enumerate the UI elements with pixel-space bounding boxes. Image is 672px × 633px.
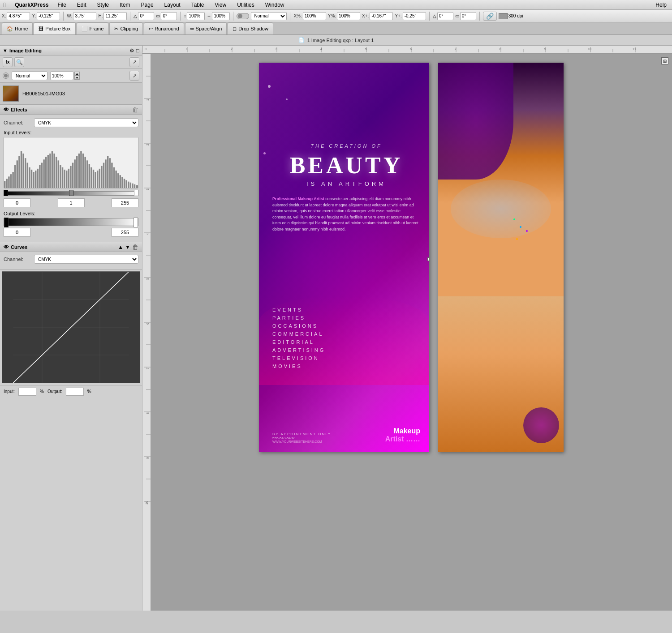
- panel-export2-btn[interactable]: ↗: [129, 71, 139, 81]
- svg-rect-1: [4, 181, 5, 188]
- tab-frame[interactable]: ⬜ Frame: [77, 22, 109, 34]
- input-min-field[interactable]: [4, 198, 30, 207]
- menu-edit[interactable]: Edit: [75, 1, 88, 9]
- curves-down-btn[interactable]: ▼: [125, 244, 130, 250]
- yplus-input[interactable]: [403, 12, 426, 20]
- web-text: WWW.YOURWEBSITEHERE.COM: [272, 440, 331, 443]
- w-input[interactable]: [73, 12, 96, 20]
- svg-rect-58: [121, 177, 123, 188]
- tab-home[interactable]: 🏠 Home: [2, 22, 33, 34]
- output-handle-left[interactable]: [4, 218, 9, 227]
- menu-item[interactable]: Item: [118, 1, 132, 9]
- angle-out-input[interactable]: [437, 12, 453, 20]
- input-mid-field[interactable]: [58, 198, 85, 207]
- svg-text:1: 1: [186, 47, 188, 51]
- pct-down[interactable]: ▼: [74, 76, 80, 80]
- curves-input-field[interactable]: [18, 388, 36, 396]
- menu-utilities[interactable]: Utilities: [235, 1, 256, 9]
- menu-table[interactable]: Table: [190, 1, 206, 9]
- input-handle-mid[interactable]: [69, 190, 73, 196]
- tab-spacealign[interactable]: ⇔ Space/Align: [185, 22, 227, 34]
- x-input[interactable]: [7, 12, 30, 20]
- curves-channel-field: Channel: CMYK RGB: [4, 255, 138, 264]
- separator3: [180, 12, 181, 21]
- effects-title-label: Effects: [11, 107, 27, 112]
- delete-effects-btn[interactable]: 🗑: [132, 106, 138, 113]
- tab-dropshadow[interactable]: ◻ Drop Shadow: [228, 22, 273, 34]
- mode-toggle[interactable]: [3, 73, 9, 79]
- separator7: [479, 12, 480, 21]
- curves-up-btn[interactable]: ▲: [118, 244, 123, 250]
- tab-clipping[interactable]: ✂ Clipping: [109, 22, 143, 34]
- input-handle-right[interactable]: [134, 190, 138, 196]
- mode-dropdown[interactable]: Normal Multiply Screen: [12, 71, 47, 80]
- appt-text: BY APPOINTMENT ONLY: [272, 432, 331, 436]
- tab-frame-label: Frame: [90, 26, 104, 31]
- thumbnail-area: HB0061501-IMG03: [0, 83, 142, 105]
- pct-up[interactable]: ▲: [74, 72, 80, 76]
- h-input[interactable]: [103, 12, 127, 20]
- svg-rect-43: [90, 167, 92, 188]
- angle1-input[interactable]: [138, 12, 154, 20]
- menu-file[interactable]: File: [56, 1, 68, 9]
- collapse-icon[interactable]: □: [136, 47, 139, 54]
- separator1: [63, 12, 64, 21]
- ruler-left-svg: 1 2 3 4 5 6 7 8: [142, 54, 151, 611]
- scale1-input[interactable]: [187, 12, 205, 20]
- eye-icon: 👁: [4, 107, 9, 113]
- svg-rect-19: [41, 163, 43, 188]
- svg-rect-23: [49, 154, 51, 188]
- output-handle-right[interactable]: [134, 218, 138, 227]
- svg-rect-35: [74, 159, 75, 188]
- angle-skew-input[interactable]: [460, 12, 476, 20]
- svg-text:9: 9: [146, 457, 149, 459]
- angle2-input[interactable]: [161, 12, 177, 20]
- menu-help[interactable]: Help: [654, 1, 668, 9]
- angle-out-icon: △: [433, 13, 436, 18]
- scale2-input[interactable]: [212, 12, 230, 20]
- curves-section-header[interactable]: 👁 Curves ▲ ▼ 🗑: [0, 242, 142, 252]
- yy-label: Y%:: [328, 13, 336, 18]
- pct-input[interactable]: [50, 71, 73, 80]
- effects-section-header[interactable]: 👁 Effects 🗑: [0, 105, 142, 115]
- y-input[interactable]: [37, 12, 60, 20]
- tab-picturebox[interactable]: 🖼 Picture Box: [34, 22, 75, 34]
- output-gradient-bar: [4, 218, 138, 226]
- menu-page[interactable]: Page: [139, 1, 155, 9]
- fx-button[interactable]: fx: [3, 57, 13, 67]
- angle2-field: ▭: [156, 12, 177, 20]
- export-button[interactable]: ↗: [129, 57, 139, 67]
- svg-text:8: 8: [500, 47, 501, 51]
- menu-style[interactable]: Style: [95, 1, 111, 9]
- gear-icon[interactable]: ⚙: [129, 47, 134, 54]
- magnify-button[interactable]: 🔍: [14, 57, 24, 67]
- thumbnail-image: [3, 86, 19, 102]
- input-handle-left[interactable]: [4, 190, 8, 196]
- svg-rect-59: [124, 179, 125, 188]
- chain-btn[interactable]: 🔗: [483, 12, 497, 21]
- output-min-field[interactable]: [4, 228, 30, 237]
- svg-text:5: 5: [365, 47, 367, 51]
- xplus-input[interactable]: [370, 12, 393, 20]
- menu-window[interactable]: Window: [263, 1, 286, 9]
- output-max-field[interactable]: [112, 228, 138, 237]
- delete-curves-btn[interactable]: 🗑: [132, 244, 138, 251]
- toggle-switch[interactable]: [237, 13, 249, 19]
- channel-select[interactable]: CMYK RGB Grayscale: [34, 118, 138, 127]
- svg-rect-28: [60, 165, 61, 188]
- curves-channel-select[interactable]: CMYK RGB: [34, 255, 138, 264]
- curves-graph[interactable]: [2, 271, 140, 383]
- pct-spinner[interactable]: ▲ ▼: [74, 72, 80, 80]
- yy-input[interactable]: [337, 12, 360, 20]
- svg-rect-7: [17, 160, 18, 188]
- beauty-text-area: THE CREATION OF BEAUTY IS AN ARTFORM Pro…: [272, 143, 420, 232]
- mode-select-toolbar[interactable]: Normal Multiply Screen: [251, 12, 287, 20]
- menu-view[interactable]: View: [213, 1, 228, 9]
- xx-input[interactable]: [303, 12, 326, 20]
- svg-rect-24: [52, 151, 53, 188]
- menu-layout[interactable]: Layout: [163, 1, 182, 9]
- curves-output-field[interactable]: [66, 388, 84, 396]
- apple-menu[interactable]: : [4, 1, 6, 9]
- input-max-field[interactable]: [112, 198, 138, 207]
- tab-runaround[interactable]: ↩ Runaround: [144, 22, 184, 34]
